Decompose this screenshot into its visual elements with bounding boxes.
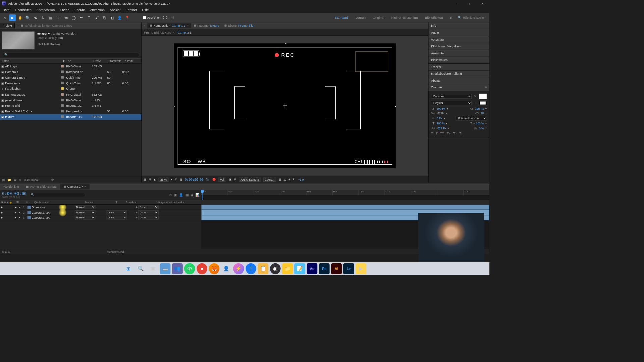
workspace-lernen[interactable]: Lernen bbox=[352, 16, 369, 19]
timeline-search[interactable]: 🔍 bbox=[29, 193, 85, 197]
panel-header[interactable]: Effekte und Vorgaben bbox=[429, 43, 490, 50]
zoom-tool[interactable]: 🔍 bbox=[24, 14, 31, 21]
tb-files[interactable]: 📁 bbox=[282, 263, 293, 274]
maximize-button[interactable]: ▢ bbox=[465, 0, 475, 7]
project-tab-menu[interactable]: ≡ bbox=[15, 24, 18, 27]
transparency-grid[interactable]: ▦ bbox=[180, 178, 183, 181]
baseline-value[interactable]: -322 Px bbox=[437, 127, 446, 130]
tb-obs[interactable]: ◉ bbox=[270, 263, 281, 274]
project-item[interactable]: ▸FarbflächenOrdner bbox=[0, 86, 141, 92]
tb-notepad[interactable]: 📝 bbox=[294, 263, 305, 274]
interpret-button[interactable]: ▦ bbox=[2, 178, 5, 182]
ws-more[interactable]: » bbox=[448, 14, 454, 21]
home-tool[interactable]: ⌂ bbox=[2, 14, 8, 21]
roi-button[interactable]: ▣ bbox=[229, 178, 232, 181]
text-tool[interactable]: T bbox=[86, 14, 92, 21]
vf-btn1[interactable]: ▦ bbox=[279, 178, 281, 181]
project-search[interactable]: 🔍 bbox=[2, 53, 139, 57]
ruler-tick[interactable]: 03s bbox=[280, 190, 306, 195]
refresh-button[interactable]: ↻ bbox=[293, 178, 296, 181]
help-search[interactable]: 🔍 Hilfe durchsuchen bbox=[455, 16, 488, 19]
ruler-tick[interactable]: 05s bbox=[332, 190, 359, 195]
pen-tool[interactable]: ✒ bbox=[78, 14, 85, 21]
ruler-tick[interactable]: 10s bbox=[463, 190, 489, 195]
orbit-tool[interactable]: ⟲ bbox=[32, 14, 39, 21]
comp-tab[interactable]: Komposition Camera 1 ≡ bbox=[147, 23, 191, 28]
panel-menu-icon[interactable]: ≡ bbox=[485, 86, 487, 89]
camera-dropdown[interactable]: Aktive Kamera bbox=[239, 177, 261, 181]
clone-tool[interactable]: ⎘ bbox=[101, 14, 108, 21]
comp-mini-flow[interactable]: ⚛ bbox=[169, 193, 172, 197]
resolution-dropdown[interactable]: Voll bbox=[218, 177, 226, 181]
timeline-tab[interactable]: Renderliste bbox=[0, 184, 22, 190]
mask-button[interactable]: ◐ bbox=[154, 178, 156, 181]
col-type[interactable]: Art bbox=[66, 59, 92, 63]
zoom-dropdown[interactable]: 25 % bbox=[159, 177, 169, 181]
tb-app4[interactable]: ▶ bbox=[356, 263, 366, 274]
snap-checkbox[interactable] bbox=[143, 16, 146, 19]
timeline-layer[interactable]: ◉▸▪3Camera 1.movNormalOhne⊚Ohne bbox=[0, 215, 201, 220]
panel-header[interactable]: Tracker bbox=[429, 64, 490, 70]
col-framerate[interactable]: Framerate bbox=[107, 59, 122, 63]
snap-opt1[interactable]: ⛶ bbox=[161, 14, 168, 21]
effect-controls-tab[interactable]: Effekteinstellungen Camera 1.mov bbox=[18, 23, 75, 28]
col-size[interactable]: Größe bbox=[92, 59, 107, 63]
col-label[interactable]: ◧ bbox=[61, 59, 66, 63]
motion-blur[interactable]: ◉ bbox=[191, 193, 193, 197]
ruler-tick[interactable]: 07s bbox=[385, 190, 411, 195]
project-tab[interactable]: Projekt bbox=[0, 23, 15, 28]
col-source[interactable]: Quellenname bbox=[33, 200, 84, 204]
minimize-button[interactable]: ─ bbox=[453, 0, 463, 7]
tb-teams[interactable]: 👥 bbox=[172, 263, 183, 274]
composition-viewer[interactable]: REC ISO WB CH1 bbox=[174, 43, 396, 168]
col-t[interactable]: T bbox=[115, 200, 125, 204]
delete-button[interactable]: 🗑 bbox=[51, 178, 54, 182]
stroke-width-value[interactable]: 0 Px bbox=[437, 117, 442, 120]
menu-ebene[interactable]: Ebene bbox=[60, 8, 69, 12]
eyedropper-icon[interactable]: ✎ bbox=[473, 95, 477, 98]
character-panel-header[interactable]: Zeichen≡ bbox=[429, 84, 490, 91]
fast-preview[interactable]: ⊡ bbox=[175, 178, 177, 181]
kerning-value[interactable]: Metrik bbox=[437, 112, 444, 115]
font-weight-dropdown[interactable]: Regular bbox=[431, 101, 472, 105]
taskbar-search[interactable]: 🔍 bbox=[136, 263, 146, 274]
tb-aftereffects[interactable]: Ae bbox=[307, 263, 317, 274]
hand-tool[interactable]: ✋ bbox=[17, 14, 23, 21]
timeline-layer[interactable]: ◉▸▪1Drone.movNormal⊚Ohne bbox=[0, 205, 201, 210]
tb-app1[interactable]: ● bbox=[197, 263, 207, 274]
views-dropdown[interactable]: 1 Ans... bbox=[263, 177, 276, 181]
task-view[interactable]: ▣ bbox=[148, 263, 158, 274]
panel-header[interactable]: Info bbox=[429, 22, 490, 29]
brush-tool[interactable]: 🖌 bbox=[93, 14, 100, 21]
tb-lightroom[interactable]: Lr bbox=[343, 263, 354, 274]
workspace-kleiner bildschirm[interactable]: Kleiner Bildschirm bbox=[388, 16, 421, 19]
project-item[interactable]: ▣textureImporte...G571 KB bbox=[0, 114, 141, 120]
project-item[interactable]: ▣Camera 1Komposition600:00: bbox=[0, 69, 141, 75]
stroke-type-dropdown[interactable]: Fläche über Kon… bbox=[456, 116, 487, 121]
ellipse-tool[interactable]: ◯ bbox=[70, 14, 77, 21]
playhead[interactable] bbox=[202, 190, 203, 200]
menu-effekte[interactable]: Effekte bbox=[74, 8, 85, 12]
show-channel[interactable]: 🔴 bbox=[212, 178, 216, 181]
project-item[interactable]: ▣Promo Bild AE KursKomposition300:00: bbox=[0, 109, 141, 114]
font-size-value[interactable]: 500 Px bbox=[437, 107, 445, 110]
vf-btn3[interactable]: ⊕ bbox=[288, 178, 291, 181]
project-item[interactable]: ▣paint strokesPNG-Datei... MB bbox=[0, 97, 141, 103]
grid-button[interactable]: ⊞ bbox=[234, 178, 236, 181]
col-trkmat[interactable]: BewMas bbox=[125, 200, 155, 204]
tb-messenger[interactable]: ⚡ bbox=[233, 263, 244, 274]
col-name[interactable]: Name bbox=[0, 59, 61, 63]
workspace-original[interactable]: Original bbox=[369, 16, 388, 19]
frame-blend[interactable]: ▦ bbox=[185, 193, 189, 197]
workspace-bibliotheken[interactable]: Bibliotheken bbox=[421, 16, 446, 19]
smallcaps-button[interactable]: Tᴛ bbox=[447, 131, 451, 135]
ruler-tick[interactable]: 04s bbox=[306, 190, 332, 195]
rotate-tool[interactable]: ↻ bbox=[40, 14, 47, 21]
workspace-standard[interactable]: Standard bbox=[331, 16, 352, 19]
italic-button[interactable]: T bbox=[436, 131, 438, 135]
tb-facebook[interactable]: f bbox=[246, 263, 256, 274]
caps-button[interactable]: TT bbox=[440, 131, 444, 135]
close-button[interactable]: ✕ bbox=[477, 0, 487, 7]
tsume-value[interactable]: 0 % bbox=[479, 127, 484, 130]
col-inpoint[interactable]: In-Point bbox=[122, 59, 138, 63]
